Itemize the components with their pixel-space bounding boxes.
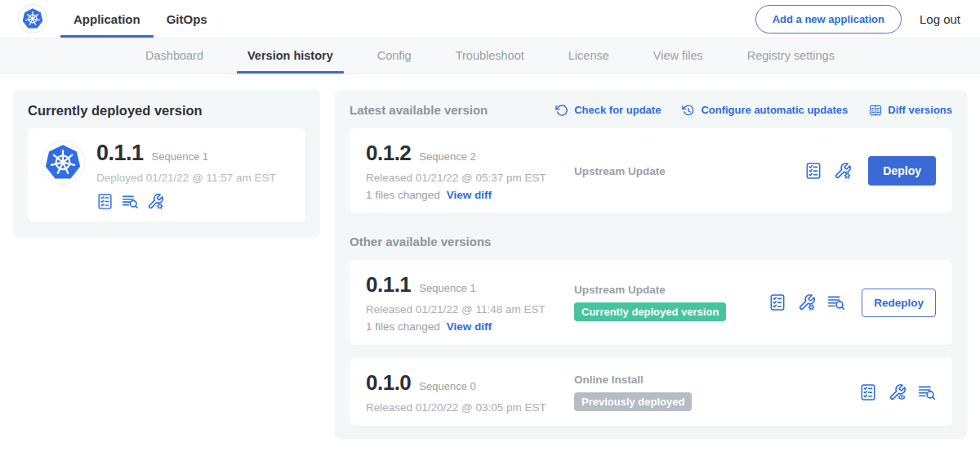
subnav-tab-registry-settings[interactable]: Registry settings <box>725 38 857 73</box>
check-for-update-label: Check for update <box>574 104 661 116</box>
view-logs-icon[interactable] <box>918 383 936 401</box>
row-version-number: 0.1.0 <box>366 370 411 396</box>
version-row-0-1-1: 0.1.1 Sequence 1 Released 01/21/22 @ 11:… <box>350 260 952 345</box>
logout-button[interactable]: Log out <box>920 12 960 26</box>
edit-config-icon[interactable] <box>798 293 816 311</box>
deploy-button[interactable]: Deploy <box>868 156 936 186</box>
row-sequence: Sequence 1 <box>419 282 475 294</box>
row-sequence: Sequence 0 <box>419 380 475 392</box>
view-diff-link[interactable]: View diff <box>447 189 492 201</box>
subnav-label-version-history: Version history <box>247 49 333 62</box>
other-available-title: Other available versions <box>350 235 952 248</box>
version-source-label: Upstream Update <box>574 165 666 177</box>
deployed-sequence: Sequence 1 <box>152 150 208 163</box>
diff-icon <box>869 104 882 117</box>
tab-gitops[interactable]: GitOps <box>154 0 220 38</box>
version-history-panel: Latest available version Check for updat… <box>335 90 967 439</box>
diff-versions-link[interactable]: Diff versions <box>869 104 952 117</box>
configure-automatic-updates-label: Configure automatic updates <box>701 104 848 116</box>
subnav-tab-dashboard[interactable]: Dashboard <box>123 38 225 73</box>
diff-versions-label: Diff versions <box>888 104 952 116</box>
main-content: Currently deployed version 0.1.1 Sequenc… <box>0 74 980 455</box>
add-application-button[interactable]: Add a new application <box>755 5 902 34</box>
subnav-label-dashboard: Dashboard <box>145 49 203 62</box>
deployed-version-tile: 0.1.1 Sequence 1 Deployed 01/21/22 @ 11:… <box>28 128 305 222</box>
tab-application-label: Application <box>74 12 140 26</box>
row-version-number: 0.1.2 <box>366 141 411 166</box>
refresh-icon <box>555 104 568 117</box>
row-released-timestamp: Released 01/21/22 @ 11:48 am EST <box>366 303 574 316</box>
currently-deployed-card: Currently deployed version 0.1.1 Sequenc… <box>13 90 320 237</box>
release-notes-icon[interactable] <box>804 162 822 180</box>
deployed-version-number: 0.1.1 <box>96 141 144 166</box>
app-kubernetes-icon <box>41 141 85 185</box>
release-notes-icon[interactable] <box>96 193 114 210</box>
tab-gitops-label: GitOps <box>167 12 207 26</box>
latest-available-title: Latest available version <box>350 103 488 117</box>
tab-application[interactable]: Application <box>60 0 154 38</box>
subnav-label-view-files: View files <box>653 49 703 62</box>
subnav-tab-view-files[interactable]: View files <box>631 38 725 73</box>
app-subnav: Dashboard Version history Config Trouble… <box>0 38 980 74</box>
deployed-timestamp: Deployed 01/21/22 @ 11:57 am EST <box>96 172 276 184</box>
top-header: Application GitOps Add a new application… <box>0 0 980 38</box>
subnav-label-troubleshoot: Troubleshoot <box>456 49 524 62</box>
currently-deployed-badge: Currently deployed version <box>574 302 726 321</box>
redeploy-button[interactable]: Redeploy <box>862 289 936 317</box>
subnav-label-config: Config <box>377 49 412 62</box>
row-released-timestamp: Released 01/21/22 @ 05:37 pm EST <box>366 172 574 184</box>
kubernetes-logo-icon <box>18 4 47 34</box>
view-logs-icon[interactable] <box>827 293 845 311</box>
version-source-label: Upstream Update <box>574 284 726 296</box>
files-changed-label: 1 files changed <box>366 189 440 201</box>
subnav-tab-config[interactable]: Config <box>355 38 434 73</box>
schedule-icon <box>682 104 695 117</box>
release-notes-icon[interactable] <box>859 383 877 401</box>
configure-automatic-updates-link[interactable]: Configure automatic updates <box>682 104 848 117</box>
row-released-timestamp: Released 01/20/22 @ 03:05 pm EST <box>366 401 574 414</box>
view-config-icon[interactable] <box>889 383 906 401</box>
version-source-label: Online Install <box>574 374 692 386</box>
check-for-update-link[interactable]: Check for update <box>555 104 661 117</box>
row-version-number: 0.1.1 <box>366 272 411 298</box>
subnav-tab-version-history[interactable]: Version history <box>225 38 355 73</box>
row-sequence: Sequence 2 <box>419 150 475 163</box>
subnav-tab-license[interactable]: License <box>546 38 631 73</box>
subnav-label-license: License <box>568 49 609 62</box>
files-changed-label: 1 files changed <box>366 320 440 333</box>
edit-config-icon[interactable] <box>147 193 164 210</box>
currently-deployed-title: Currently deployed version <box>28 103 305 119</box>
view-logs-icon[interactable] <box>122 193 139 210</box>
subnav-label-registry-settings: Registry settings <box>747 49 835 62</box>
view-diff-link[interactable]: View diff <box>447 320 492 333</box>
edit-config-icon[interactable] <box>834 162 852 180</box>
subnav-tab-troubleshoot[interactable]: Troubleshoot <box>434 38 546 73</box>
previously-deployed-badge: Previously deployed <box>574 392 692 411</box>
release-notes-icon[interactable] <box>768 293 786 311</box>
version-row-0-1-2: 0.1.2 Sequence 2 Released 01/21/22 @ 05:… <box>350 128 952 213</box>
version-row-0-1-0: 0.1.0 Sequence 0 Released 01/20/22 @ 03:… <box>350 358 952 426</box>
